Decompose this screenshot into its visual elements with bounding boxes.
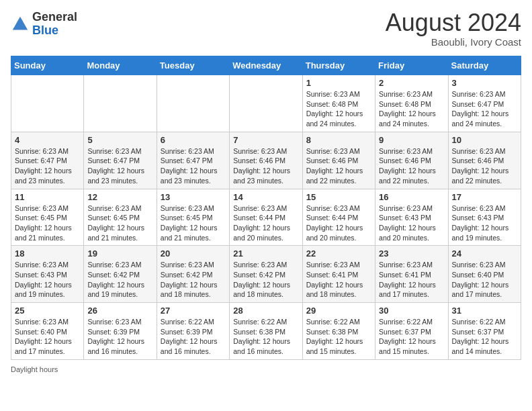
day-number: 13: [161, 192, 226, 202]
calendar-cell: 28Sunrise: 6:22 AM Sunset: 6:38 PM Dayli…: [230, 303, 302, 360]
day-number: 8: [306, 135, 371, 145]
calendar-cell: 20Sunrise: 6:23 AM Sunset: 6:42 PM Dayli…: [157, 246, 229, 303]
day-info: Sunrise: 6:23 AM Sunset: 6:42 PM Dayligh…: [161, 260, 226, 300]
calendar-cell: 6Sunrise: 6:23 AM Sunset: 6:47 PM Daylig…: [157, 132, 229, 189]
calendar-week-row: 25Sunrise: 6:23 AM Sunset: 6:40 PM Dayli…: [11, 303, 521, 360]
calendar-week-row: 18Sunrise: 6:23 AM Sunset: 6:43 PM Dayli…: [11, 246, 521, 303]
calendar-cell: [157, 75, 229, 132]
day-info: Sunrise: 6:23 AM Sunset: 6:46 PM Dayligh…: [233, 146, 298, 186]
day-number: 17: [452, 192, 517, 202]
day-number: 19: [87, 248, 152, 259]
calendar-cell: 1Sunrise: 6:23 AM Sunset: 6:48 PM Daylig…: [302, 75, 375, 132]
day-info: Sunrise: 6:23 AM Sunset: 6:45 PM Dayligh…: [87, 203, 152, 243]
day-info: Sunrise: 6:23 AM Sunset: 6:46 PM Dayligh…: [379, 146, 444, 186]
calendar-cell: 30Sunrise: 6:22 AM Sunset: 6:37 PM Dayli…: [375, 303, 448, 360]
day-info: Sunrise: 6:23 AM Sunset: 6:45 PM Dayligh…: [161, 203, 226, 243]
day-info: Sunrise: 6:23 AM Sunset: 6:39 PM Dayligh…: [87, 317, 152, 357]
weekday-header: Tuesday: [157, 56, 229, 75]
calendar-cell: 16Sunrise: 6:23 AM Sunset: 6:43 PM Dayli…: [375, 189, 448, 246]
day-info: Sunrise: 6:23 AM Sunset: 6:43 PM Dayligh…: [15, 260, 80, 300]
calendar-cell: 11Sunrise: 6:23 AM Sunset: 6:45 PM Dayli…: [11, 189, 84, 246]
location-subtitle: Baoubli, Ivory Coast: [386, 36, 521, 48]
day-info: Sunrise: 6:23 AM Sunset: 6:43 PM Dayligh…: [452, 203, 517, 243]
logo-general-text: General: [32, 11, 77, 24]
calendar-cell: 22Sunrise: 6:23 AM Sunset: 6:41 PM Dayli…: [302, 246, 375, 303]
day-number: 16: [379, 192, 444, 202]
day-number: 15: [306, 192, 371, 202]
day-info: Sunrise: 6:22 AM Sunset: 6:38 PM Dayligh…: [306, 317, 371, 357]
calendar-cell: 14Sunrise: 6:23 AM Sunset: 6:44 PM Dayli…: [230, 189, 302, 246]
calendar-cell: 2Sunrise: 6:23 AM Sunset: 6:48 PM Daylig…: [375, 75, 448, 132]
weekday-header: Monday: [84, 56, 157, 75]
day-number: 26: [87, 306, 152, 316]
day-info: Sunrise: 6:23 AM Sunset: 6:41 PM Dayligh…: [306, 260, 371, 300]
calendar-cell: 23Sunrise: 6:23 AM Sunset: 6:41 PM Dayli…: [375, 246, 448, 303]
calendar-table: SundayMondayTuesdayWednesdayThursdayFrid…: [11, 56, 521, 360]
day-number: 1: [306, 78, 371, 88]
day-number: 18: [15, 248, 80, 259]
day-info: Sunrise: 6:23 AM Sunset: 6:48 PM Dayligh…: [379, 89, 444, 129]
calendar-cell: 17Sunrise: 6:23 AM Sunset: 6:43 PM Dayli…: [448, 189, 521, 246]
day-info: Sunrise: 6:23 AM Sunset: 6:44 PM Dayligh…: [306, 203, 371, 243]
day-info: Sunrise: 6:23 AM Sunset: 6:48 PM Dayligh…: [306, 89, 371, 129]
day-number: 14: [233, 192, 298, 202]
calendar-header-row: SundayMondayTuesdayWednesdayThursdayFrid…: [11, 56, 521, 75]
day-info: Sunrise: 6:22 AM Sunset: 6:37 PM Dayligh…: [379, 317, 444, 357]
day-number: 29: [306, 306, 371, 316]
day-number: 5: [87, 135, 152, 145]
weekday-header: Thursday: [302, 56, 375, 75]
day-info: Sunrise: 6:23 AM Sunset: 6:47 PM Dayligh…: [87, 146, 152, 186]
calendar-cell: [84, 75, 157, 132]
logo-blue-text: Blue: [32, 24, 77, 38]
calendar-cell: 15Sunrise: 6:23 AM Sunset: 6:44 PM Dayli…: [302, 189, 375, 246]
day-info: Sunrise: 6:23 AM Sunset: 6:41 PM Dayligh…: [379, 260, 444, 300]
logo-icon: [11, 15, 30, 34]
day-number: 2: [379, 78, 444, 88]
calendar-cell: 5Sunrise: 6:23 AM Sunset: 6:47 PM Daylig…: [84, 132, 157, 189]
calendar-cell: 12Sunrise: 6:23 AM Sunset: 6:45 PM Dayli…: [84, 189, 157, 246]
day-info: Sunrise: 6:23 AM Sunset: 6:40 PM Dayligh…: [15, 317, 80, 357]
calendar-cell: [11, 75, 84, 132]
logo: General Blue: [11, 11, 77, 38]
day-info: Sunrise: 6:22 AM Sunset: 6:37 PM Dayligh…: [452, 317, 517, 357]
day-number: 27: [161, 306, 226, 316]
day-info: Sunrise: 6:23 AM Sunset: 6:44 PM Dayligh…: [233, 203, 298, 243]
day-number: 3: [452, 78, 517, 88]
day-info: Sunrise: 6:22 AM Sunset: 6:39 PM Dayligh…: [161, 317, 226, 357]
day-number: 12: [87, 192, 152, 202]
calendar-cell: 3Sunrise: 6:23 AM Sunset: 6:47 PM Daylig…: [448, 75, 521, 132]
day-info: Sunrise: 6:23 AM Sunset: 6:42 PM Dayligh…: [87, 260, 152, 300]
page-header: General Blue August 2024 Baoubli, Ivory …: [11, 11, 521, 48]
logo-text: General Blue: [32, 11, 77, 38]
day-info: Sunrise: 6:23 AM Sunset: 6:40 PM Dayligh…: [452, 260, 517, 300]
calendar-week-row: 4Sunrise: 6:23 AM Sunset: 6:47 PM Daylig…: [11, 132, 521, 189]
calendar-cell: [230, 75, 302, 132]
calendar-cell: 24Sunrise: 6:23 AM Sunset: 6:40 PM Dayli…: [448, 246, 521, 303]
day-number: 10: [452, 135, 517, 145]
day-number: 7: [233, 135, 298, 145]
day-info: Sunrise: 6:23 AM Sunset: 6:47 PM Dayligh…: [15, 146, 80, 186]
calendar-week-row: 11Sunrise: 6:23 AM Sunset: 6:45 PM Dayli…: [11, 189, 521, 246]
day-number: 20: [161, 248, 226, 259]
day-number: 11: [15, 192, 80, 202]
day-info: Sunrise: 6:22 AM Sunset: 6:38 PM Dayligh…: [233, 317, 298, 357]
day-number: 31: [452, 306, 517, 316]
day-info: Sunrise: 6:23 AM Sunset: 6:43 PM Dayligh…: [379, 203, 444, 243]
calendar-week-row: 1Sunrise: 6:23 AM Sunset: 6:48 PM Daylig…: [11, 75, 521, 132]
calendar-cell: 9Sunrise: 6:23 AM Sunset: 6:46 PM Daylig…: [375, 132, 448, 189]
day-info: Sunrise: 6:23 AM Sunset: 6:42 PM Dayligh…: [233, 260, 298, 300]
calendar-cell: 29Sunrise: 6:22 AM Sunset: 6:38 PM Dayli…: [302, 303, 375, 360]
day-number: 21: [233, 248, 298, 259]
weekday-header: Sunday: [11, 56, 84, 75]
day-number: 28: [233, 306, 298, 316]
calendar-cell: 7Sunrise: 6:23 AM Sunset: 6:46 PM Daylig…: [230, 132, 302, 189]
svg-marker-0: [13, 17, 28, 30]
weekday-header: Saturday: [448, 56, 521, 75]
calendar-cell: 31Sunrise: 6:22 AM Sunset: 6:37 PM Dayli…: [448, 303, 521, 360]
day-info: Sunrise: 6:23 AM Sunset: 6:45 PM Dayligh…: [15, 203, 80, 243]
calendar-cell: 26Sunrise: 6:23 AM Sunset: 6:39 PM Dayli…: [84, 303, 157, 360]
weekday-header: Wednesday: [230, 56, 302, 75]
calendar-cell: 21Sunrise: 6:23 AM Sunset: 6:42 PM Dayli…: [230, 246, 302, 303]
calendar-cell: 8Sunrise: 6:23 AM Sunset: 6:46 PM Daylig…: [302, 132, 375, 189]
day-info: Sunrise: 6:23 AM Sunset: 6:46 PM Dayligh…: [306, 146, 371, 186]
